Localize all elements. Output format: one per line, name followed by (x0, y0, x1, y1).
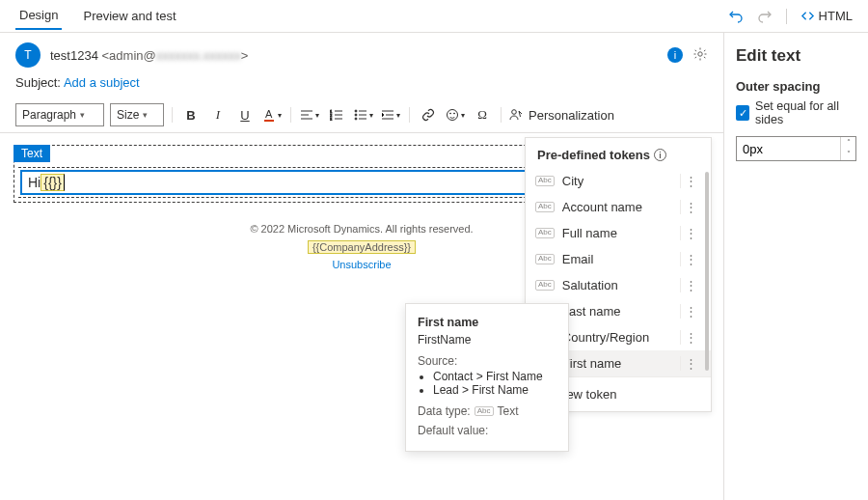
svg-rect-2 (264, 120, 274, 122)
tab-design[interactable]: Design (15, 2, 62, 30)
info-icon[interactable]: i (654, 149, 666, 161)
spacing-value[interactable] (737, 142, 840, 156)
svg-point-6 (355, 110, 357, 112)
tooltip-source-lead: Lead > First Name (433, 383, 556, 397)
greeting-text: Hi (28, 175, 41, 190)
token-item-account-name[interactable]: AbcAccount name⋮ (526, 194, 711, 220)
tooltip-default-label: Default value: (418, 424, 556, 437)
tooltip-datatype-label: Data type: (418, 404, 471, 418)
text-block-tag: Text (14, 145, 50, 162)
properties-panel: Edit text Outer spacing ✓ Set equal for … (723, 33, 868, 500)
tooltip-datatype-value: Text (498, 404, 519, 418)
svg-point-12 (512, 110, 517, 115)
divider (786, 9, 787, 24)
svg-point-9 (448, 110, 458, 121)
tooltip-source-contact: Contact > First Name (433, 370, 556, 383)
tooltip-title: First name (418, 316, 556, 329)
svg-point-0 (698, 51, 702, 55)
more-icon[interactable]: ⋮ (680, 278, 701, 292)
personalization-label: Personalization (529, 108, 614, 123)
bullet-list-button[interactable]: ▾ (353, 104, 374, 125)
italic-button[interactable]: I (207, 104, 229, 125)
top-tabbar: Design Preview and test HTML (0, 0, 868, 33)
subject-input[interactable]: Add a subject (64, 75, 140, 90)
formatting-toolbar: Paragraph ▾ Size ▾ B I U A ▾ ▾ 123 (0, 99, 723, 133)
bold-button[interactable]: B (180, 104, 202, 125)
more-icon[interactable]: ⋮ (680, 356, 701, 371)
svg-point-11 (454, 113, 455, 114)
html-view-button[interactable]: HTML (800, 9, 853, 23)
token-item-city[interactable]: AbcCity⋮ (526, 168, 711, 194)
gear-icon[interactable] (692, 46, 708, 65)
subject-label: Subject: (15, 75, 61, 90)
tokens-panel-title: Pre-defined tokens (537, 148, 650, 162)
company-address-token[interactable]: {{CompanyAddress}} (308, 240, 416, 254)
text-type-icon: Abc (475, 406, 494, 417)
spacing-increase[interactable]: ˄ (841, 137, 855, 149)
tooltip-field-name: FirstName (418, 333, 556, 347)
token-item-salutation[interactable]: AbcSalutation⋮ (526, 272, 711, 298)
link-button[interactable] (418, 104, 439, 125)
more-icon[interactable]: ⋮ (680, 226, 701, 240)
token-details-tooltip: First name FirstName Source: Contact > F… (405, 303, 569, 452)
sender-avatar: T (15, 42, 41, 68)
equal-sides-checkbox[interactable]: ✓ (736, 105, 749, 121)
sender-email-blur: xxxxxxx.xxxxxx (156, 48, 241, 63)
svg-point-10 (450, 113, 451, 114)
outer-spacing-section: Outer spacing (736, 79, 856, 94)
tab-preview-test[interactable]: Preview and test (79, 3, 179, 29)
spacing-decrease[interactable]: ˅ (841, 149, 855, 160)
more-icon[interactable]: ⋮ (680, 330, 701, 345)
more-icon[interactable]: ⋮ (680, 304, 701, 319)
underline-button[interactable]: U (234, 104, 256, 125)
numbered-list-button[interactable]: 123 (326, 104, 347, 125)
sender-email-left: <admin@ (102, 48, 156, 63)
personalization-button[interactable]: Personalization (509, 108, 614, 123)
more-icon[interactable]: ⋮ (680, 174, 701, 188)
special-char-button[interactable]: Ω (472, 104, 493, 125)
svg-point-8 (355, 118, 357, 120)
font-size-dropdown[interactable]: Size ▾ (110, 103, 164, 126)
panel-title: Edit text (736, 46, 856, 66)
scrollbar[interactable] (705, 172, 709, 371)
more-icon[interactable]: ⋮ (680, 252, 701, 266)
html-label: HTML (819, 9, 853, 23)
svg-point-7 (355, 114, 357, 116)
sender-name: test1234 (50, 48, 98, 63)
chevron-down-icon: ▾ (80, 110, 85, 120)
chevron-down-icon: ▾ (143, 110, 148, 120)
empty-token[interactable]: {{}} (41, 174, 65, 191)
paragraph-style-dropdown[interactable]: Paragraph ▾ (15, 103, 104, 126)
unsubscribe-link[interactable]: Unsubscribe (332, 259, 391, 270)
undo-button[interactable] (728, 9, 744, 24)
svg-text:A: A (265, 108, 273, 120)
equal-sides-label: Set equal for all sides (755, 99, 856, 126)
sender-email-right: > (241, 48, 249, 63)
emoji-button[interactable]: ▾ (445, 104, 466, 125)
from-row: T test1234 <admin@ xxxxxxx.xxxxxx > i (0, 33, 723, 73)
token-item-full-name[interactable]: AbcFull name⋮ (526, 220, 711, 246)
align-button[interactable]: ▾ (299, 104, 320, 125)
info-icon[interactable]: i (667, 47, 683, 63)
redo-button[interactable] (757, 9, 773, 24)
font-color-button[interactable]: A ▾ (261, 104, 283, 125)
spacing-input[interactable]: ˄ ˅ (736, 136, 856, 161)
tooltip-source-label: Source: (418, 354, 556, 368)
svg-text:3: 3 (330, 117, 333, 121)
token-item-email[interactable]: AbcEmail⋮ (526, 246, 711, 272)
font-size-label: Size (117, 108, 139, 122)
paragraph-style-label: Paragraph (22, 108, 76, 122)
more-icon[interactable]: ⋮ (680, 200, 701, 214)
indent-button[interactable]: ▾ (380, 104, 401, 125)
